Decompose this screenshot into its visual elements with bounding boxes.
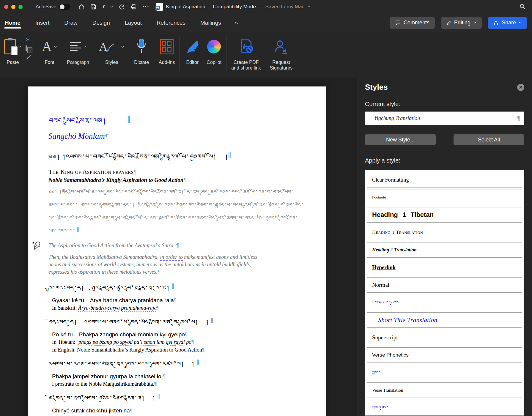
styles-panel-title: Styles [365,83,388,92]
more-commands-icon[interactable]: ··· [142,4,149,10]
style-item-heading-1-translation[interactable]: Heading 1 Translation [367,225,522,240]
font-menu-button[interactable]: A Font [42,35,57,65]
tabs-overflow-chevron[interactable]: » [235,19,237,26]
tab-layout[interactable]: Layout [125,15,142,30]
current-style-label: Current style: [365,101,524,108]
style-list: Clear Formatting Footnote Heading 1 Tibe… [365,170,524,416]
paragraph-mark: ¶ [157,305,159,311]
saved-status[interactable]: — Saved to my Mac [259,4,304,10]
paragraph-mark: ¶ [105,133,109,140]
paragraph-mark: ¶ [154,381,157,387]
tibetan-title-line: བོད་སྐད་དུ། འཕགས་པ་བཟང་པོ་སྤྱོད་པའི་སྨོན… [48,315,305,330]
paste-button[interactable]: Paste [4,35,21,65]
paragraph-mark: ‖ [127,114,130,125]
create-pdf-button[interactable]: Create PDFand share link [231,35,261,71]
verse1-tibetan-line: ཇི་སྙེད་སུ་དག་ཕྱོགས་བཅུའི་འཇིག་རྟེན་ན། །… [48,391,305,406]
comment-bubble-icon [395,20,401,26]
save-icon[interactable] [90,4,97,10]
paragraph-mark: ‖ [196,358,199,367]
redo-icon[interactable] [119,4,125,10]
comments-button[interactable]: Comments [390,17,435,29]
copilot-rewrite-icon[interactable] [31,240,41,250]
print-icon[interactable] [130,4,137,10]
zoom-window-button[interactable] [18,5,23,9]
style-item-verse-translation[interactable]: Verse Translation [367,382,522,398]
tab-mailings[interactable]: Mailings [200,15,221,30]
paragraph-mark: ¶ [130,407,133,414]
copilot-logo-icon [207,40,221,53]
doc-name: King of Aspiration [166,4,205,10]
select-all-button[interactable]: Select All [454,134,524,145]
paragraph-mark: ¶ [183,177,186,183]
english-gloss-line: In English: Noble Samantabhadra’s Kingly… [52,346,305,354]
tab-insert[interactable]: Insert [35,15,50,30]
autosave-toggle[interactable] [59,4,70,10]
editor-button[interactable]: Editor [185,35,200,65]
style-item-short-title-tibetan[interactable]: □ཨཡ༚༚བཔའཡུལར [367,295,522,310]
editor-suggestion-flag[interactable]: in order to [160,254,182,261]
document-title: King of Aspiration - Compatibility Mode … [166,4,311,10]
dictate-button[interactable]: Dictate [134,35,149,65]
style-item-verse-phonetics[interactable]: Verse Phonetics [367,347,522,363]
paragraph-mark: ¶ [158,269,160,275]
copilot-button[interactable]: Copilot [207,35,221,65]
paragraph-mark: ‖ [77,226,79,233]
style-item-heading-1-tibetan[interactable]: Heading 1 Tibetan [367,207,522,223]
microphone-icon [136,38,147,55]
ribbon-toolbar: Paste ✂ A Font Paragraph A [0,32,532,77]
spellcheck-flagged-text: Ārya-bhadra-caryā praṇidhāna-rāja [78,305,157,311]
tab-home[interactable]: Home [5,15,21,30]
paragraph-mark: ¶ [174,297,177,303]
style-item-verse-tibetan[interactable]: □ཡུལར [367,365,522,380]
close-window-button[interactable] [4,5,8,9]
tibetan-main-heading: ༄༅། །འཕགས་པ་བཟང་པོ་སྤྱོད་པའི་སྨོན་ལམ་གྱི… [48,149,305,165]
chevron-down-icon [18,46,21,48]
saved-status-chevron-icon[interactable] [307,6,311,8]
paragraph-mark: ¶ [176,242,179,248]
style-item-partial-bottom[interactable]: □བཔའཡུལར [367,400,522,415]
chevron-down-icon [473,22,476,24]
style-item-footnote[interactable]: Footnote [367,190,522,205]
autosave-label: AutoSave [36,4,56,10]
current-style-box[interactable]: Yigchung Translation ¶ [365,111,524,125]
search-icon[interactable] [519,3,526,11]
home-icon[interactable] [78,4,85,10]
paragraph-lines-icon [70,42,81,51]
new-style-button[interactable]: New Style... [365,134,436,145]
tibetan-gloss-line: In Tibetan: ’phags pa bzang po spyod pa’… [52,338,305,346]
style-item-hyperlink[interactable]: Hyperlink [367,260,522,275]
minimize-window-button[interactable] [11,5,15,9]
close-icon[interactable]: ✕ [517,84,524,91]
paragraph-mark: ¶ [517,115,520,122]
style-item-clear-formatting[interactable]: Clear Formatting [367,172,522,187]
chevron-down-icon [519,22,522,24]
paragraph-mark: ¶ [191,339,194,345]
cut-button[interactable]: ✂ [26,36,32,43]
short-title-translation: Sangchö Mönlam¶ [48,131,305,142]
verse1-phonetic-line: Chinyé sutak chokchü jikten na¶ [52,407,305,414]
copy-button[interactable] [26,46,32,51]
word-app-icon: W [156,3,163,11]
ribbon-tabs-row: Home Insert Draw Design Layout Reference… [0,13,532,32]
tab-references[interactable]: References [157,15,185,30]
request-signatures-button[interactable]: RequestSignatures [270,35,293,71]
tab-draw[interactable]: Draw [64,15,77,30]
tab-design[interactable]: Design [92,15,110,30]
paragraph-menu-button[interactable]: Paragraph [67,35,89,65]
format-painter-button[interactable] [26,54,32,62]
share-button[interactable]: Share [488,17,527,29]
style-item-superscript[interactable]: Superscript [367,330,522,345]
addins-button[interactable]: Add-ins [159,35,175,65]
style-item-normal[interactable]: Normal [367,277,522,293]
document-page[interactable]: བཟང་སྤྱོད་སྨོན་ལམ།‖ Sangchö Mönlam¶ ༄༅། … [28,86,326,416]
style-item-heading-2-translation[interactable]: Heading 2 Translation [367,242,522,258]
style-item-short-title-translation[interactable]: Short Title Translation [367,312,522,328]
heading-translation: The King of Aspiration prayers¶ [48,168,305,176]
apply-style-label: Apply a style: [365,157,524,164]
spellcheck-flagged-text: ’phags pa bzang po spyod pa’i smon lam g… [77,339,191,345]
undo-icon[interactable] [102,4,113,10]
pencil-icon [446,20,451,26]
styles-menu-button[interactable]: A Styles [99,35,124,65]
paragraph-mark: ¶ [163,373,166,379]
editing-mode-button[interactable]: Editing [441,17,482,29]
